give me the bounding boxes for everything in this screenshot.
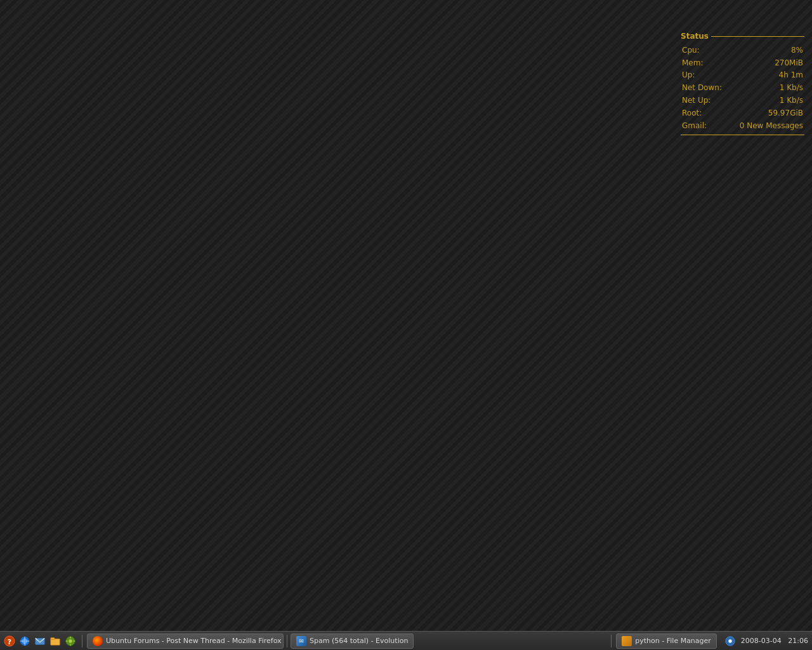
netup-value: 1 Kb/s (780, 95, 803, 107)
mail-icon[interactable] (33, 634, 47, 648)
status-row-mem: Mem: 270MiB (681, 57, 804, 70)
clock-time: 21:06 (788, 637, 808, 645)
taskbar-windows: Ubuntu Forums - Post New Thread - Mozill… (84, 633, 609, 649)
root-value: 59.97GiB (768, 107, 803, 120)
browser-icon[interactable] (18, 634, 32, 648)
filemanager-window-title: python - File Manager (635, 637, 711, 645)
evolution-icon: ✉ (296, 636, 306, 646)
cpu-label: Cpu: (682, 44, 700, 57)
firefox-window-title: Ubuntu Forums - Post New Thread - Mozill… (106, 637, 284, 645)
filemanager-icon (622, 636, 632, 646)
network-tray-icon[interactable] (723, 634, 737, 648)
svg-point-12 (69, 639, 72, 642)
firefox-icon (93, 636, 103, 646)
svg-rect-9 (51, 639, 60, 645)
root-label: Root: (682, 107, 702, 120)
files-icon[interactable] (48, 634, 62, 648)
evolution-window-title: Spam (564 total) - Evolution (310, 637, 408, 645)
up-label: Up: (682, 69, 695, 82)
clock-date: 2008-03-04 (741, 637, 782, 645)
taskbar-separator-2 (287, 635, 287, 647)
firefox-taskbar-button[interactable]: Ubuntu Forums - Post New Thread - Mozill… (87, 633, 284, 649)
status-row-up: Up: 4h 1m (681, 69, 804, 82)
status-row-cpu: Cpu: 8% (681, 44, 804, 57)
status-row-root: Root: 59.97GiB (681, 107, 804, 120)
help-icon[interactable]: ? (3, 634, 16, 648)
taskbar-separator-3 (611, 635, 612, 647)
netup-label: Net Up: (682, 95, 710, 107)
gmail-value: 0 New Messages (740, 120, 803, 133)
taskbar-separator-1 (82, 635, 82, 647)
status-row-netup: Net Up: 1 Kb/s (681, 95, 804, 107)
taskbar-right-area: 2008-03-04 21:06 (719, 634, 812, 648)
svg-point-18 (728, 639, 731, 642)
taskbar-clock[interactable]: 2008-03-04 21:06 (741, 637, 808, 645)
status-row-netdown: Net Down: 1 Kb/s (681, 82, 804, 95)
filemanager-taskbar-button[interactable]: python - File Manager (616, 633, 717, 649)
up-value: 4h 1m (779, 69, 803, 82)
status-title-line (711, 36, 804, 37)
status-widget: Status Cpu: 8% Mem: 270MiB Up: 4h 1m Net… (681, 30, 804, 135)
taskbar: ? (0, 631, 812, 650)
status-bottom-line (681, 135, 804, 135)
netdown-label: Net Down: (682, 82, 722, 95)
gmail-label: Gmail: (682, 120, 707, 133)
system-icon[interactable] (63, 634, 77, 648)
status-title: Status (681, 30, 709, 43)
mem-label: Mem: (682, 57, 703, 70)
netdown-value: 1 Kb/s (780, 82, 803, 95)
svg-rect-10 (51, 637, 55, 639)
status-row-gmail: Gmail: 0 New Messages (681, 120, 804, 133)
evolution-taskbar-button[interactable]: ✉ Spam (564 total) - Evolution (291, 633, 414, 649)
cpu-value: 8% (791, 44, 803, 57)
mem-value: 270MiB (775, 57, 803, 70)
svg-text:?: ? (8, 637, 11, 646)
taskbar-launchers: ? (0, 634, 80, 648)
